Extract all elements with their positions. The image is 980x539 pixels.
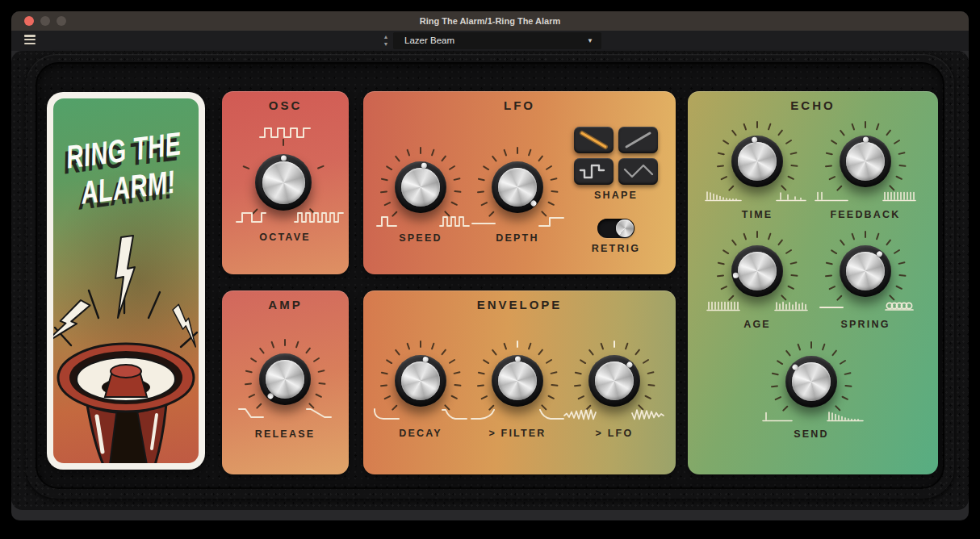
lfo-shape-square-button[interactable] <box>574 158 614 185</box>
knob-tick <box>720 285 727 290</box>
speed-right-icon <box>438 213 471 232</box>
knob-tick <box>826 261 833 265</box>
release-left-icon <box>237 405 265 424</box>
knob-tick <box>480 395 488 399</box>
knob-tick <box>771 384 778 386</box>
panel-lfo-title: LFO <box>363 98 676 112</box>
knob-tick <box>454 190 461 192</box>
knob-metal-face <box>846 252 885 290</box>
knob-tick <box>259 347 265 354</box>
knob-metal-face <box>498 361 537 400</box>
age-right-icon <box>773 297 809 316</box>
feedback-right-icon <box>882 187 917 207</box>
release-right-icon <box>305 405 333 424</box>
release-label: RELEASE <box>220 428 350 440</box>
knob-metal-face <box>738 252 777 290</box>
knob-tick <box>250 357 258 362</box>
knob-tick <box>841 395 848 400</box>
knob-tick <box>477 190 484 192</box>
knob-tick <box>876 232 880 240</box>
knob-tick <box>441 349 446 356</box>
lfo-shape-triangle-button[interactable] <box>618 158 658 185</box>
knob-tick <box>797 343 801 350</box>
knob-tick <box>492 155 497 162</box>
age-left-icon <box>706 297 741 316</box>
knob-indicator-dot <box>421 162 427 169</box>
lfo-shape-saw-down-button[interactable] <box>574 127 614 153</box>
knob-tick <box>785 139 793 144</box>
knob-tick <box>547 201 555 206</box>
env-lfo-label: > LFO <box>550 428 679 439</box>
lfo-shape-saw-up-button[interactable] <box>618 127 658 153</box>
knob-tick <box>477 383 484 386</box>
knob-tick <box>492 349 497 356</box>
knob-tick <box>395 155 400 162</box>
knob-indicator-dot <box>751 136 757 143</box>
plugin-screenshot: Ring The Alarm/1-Ring The Alarm ▲ ▼ Laze… <box>0 0 980 539</box>
knob-tick <box>731 129 737 136</box>
knob-tick <box>450 201 458 206</box>
toolbar: ▲ ▼ Lazer Beam ▼ <box>11 31 969 51</box>
knob-tick <box>588 349 594 356</box>
knob-tick <box>517 147 518 154</box>
knob-tick <box>575 371 582 374</box>
spring-label: SPRING <box>801 319 930 330</box>
hamburger-menu-button[interactable] <box>24 35 37 47</box>
retrig-toggle-thumb <box>616 219 634 237</box>
knob-indicator-dot <box>515 356 521 361</box>
knob-tick <box>844 384 852 386</box>
knob-metal-face <box>401 168 440 207</box>
preset-stepper-down-icon[interactable]: ▼ <box>381 40 391 48</box>
retrig-label: RETRIG <box>567 243 664 254</box>
preset-name: Lazer Beam <box>393 36 454 45</box>
knob-tick <box>431 148 435 156</box>
hamburger-icon <box>24 35 36 37</box>
knob-tick <box>381 371 388 374</box>
knob-tick <box>380 383 387 386</box>
knob-tick <box>528 342 532 349</box>
knob-metal-face <box>262 161 305 204</box>
knob-indicator-dot <box>422 356 429 362</box>
knob-tick <box>614 341 615 348</box>
knob-tick <box>538 155 543 162</box>
knob-tick <box>454 383 461 386</box>
knob-tick <box>441 155 446 162</box>
knob-tick <box>450 395 458 399</box>
knob-tick <box>242 165 249 169</box>
knob-tick <box>546 358 553 364</box>
octave-right-waveform-icon <box>293 210 345 229</box>
env-lfo-left-icon <box>563 407 598 426</box>
knob-tick <box>731 239 737 246</box>
knob-tick <box>894 249 901 254</box>
app-window: Ring The Alarm/1-Ring The Alarm ▲ ▼ Laze… <box>11 11 969 520</box>
knob-tick <box>826 152 833 155</box>
knob-tick <box>647 371 654 374</box>
knob-tick <box>831 139 838 144</box>
knob-tick <box>453 371 460 374</box>
knob-tick <box>420 341 421 348</box>
knob-metal-face <box>846 142 885 181</box>
knob-tick <box>406 342 410 349</box>
knob-tick <box>844 372 851 375</box>
panel-echo-title: ECHO <box>688 98 938 112</box>
knob-tick <box>876 123 880 130</box>
knob-tick <box>756 121 758 128</box>
knob-tick <box>449 358 456 364</box>
preset-stepper-up-icon[interactable]: ▲ <box>381 33 391 40</box>
knob-tick <box>528 148 532 156</box>
preset-selector[interactable]: Lazer Beam ▼ <box>393 32 601 49</box>
knob-tick <box>625 342 629 349</box>
knob-tick <box>865 121 866 128</box>
knob-tick <box>503 342 507 349</box>
knob-tick <box>551 383 558 386</box>
knob-tick <box>790 164 798 166</box>
window-title: Ring The Alarm/1-Ring The Alarm <box>11 11 969 31</box>
env-filter-left-icon <box>469 407 498 426</box>
knob-tick <box>647 383 655 386</box>
knob-tick <box>380 190 387 192</box>
knob-tick <box>785 249 793 254</box>
retrig-toggle[interactable] <box>597 219 634 238</box>
knob-tick <box>305 347 311 354</box>
send-right-icon <box>826 407 865 427</box>
knob-tick <box>580 358 587 364</box>
